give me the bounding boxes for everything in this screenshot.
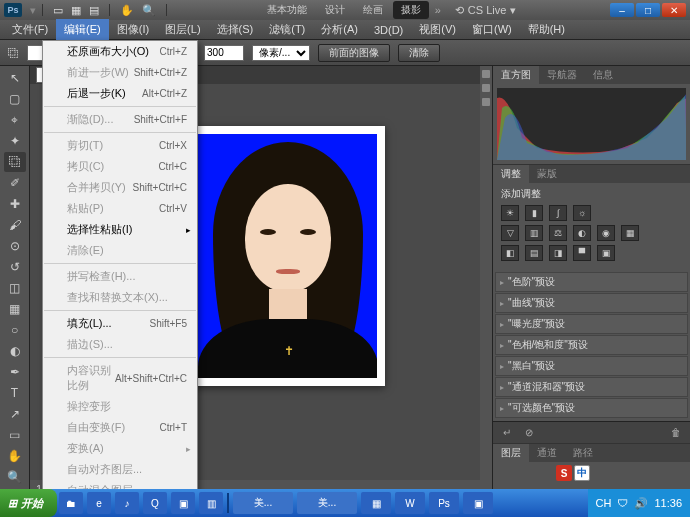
preset-exposure[interactable]: "曝光度"预设 bbox=[495, 314, 688, 334]
blur-tool[interactable]: ○ bbox=[4, 320, 26, 340]
menu-filter[interactable]: 滤镜(T) bbox=[261, 19, 313, 40]
task-item[interactable]: Q bbox=[143, 492, 167, 514]
menu-window[interactable]: 窗口(W) bbox=[464, 19, 520, 40]
task-app[interactable]: ▣ bbox=[463, 492, 493, 514]
preset-levels[interactable]: "色阶"预设 bbox=[495, 272, 688, 292]
tray-lang[interactable]: CH bbox=[596, 497, 612, 509]
brush-tool[interactable]: 🖌 bbox=[4, 215, 26, 235]
adj-selective-icon[interactable]: ▣ bbox=[597, 245, 615, 261]
adj-gradient-icon[interactable]: ▀ bbox=[573, 245, 591, 261]
dock-icon[interactable] bbox=[482, 98, 490, 106]
type-tool[interactable]: T bbox=[4, 383, 26, 403]
mi-auto-align[interactable]: 自动对齐图层... bbox=[43, 459, 197, 480]
menu-3d[interactable]: 3D(D) bbox=[366, 21, 411, 39]
window-maximize-button[interactable]: □ bbox=[636, 3, 660, 17]
task-item[interactable]: 🖿 bbox=[59, 492, 83, 514]
adj-vibrance-icon[interactable]: ▽ bbox=[501, 225, 519, 241]
mi-fill[interactable]: 填充(L)...Shift+F5 bbox=[43, 313, 197, 334]
menu-edit[interactable]: 编辑(E) bbox=[56, 19, 109, 40]
adj-invert-icon[interactable]: ◧ bbox=[501, 245, 519, 261]
workspace-photography[interactable]: 摄影 bbox=[393, 1, 429, 19]
task-item[interactable]: e bbox=[87, 492, 111, 514]
task-item[interactable]: ▥ bbox=[199, 492, 223, 514]
pen-tool[interactable]: ✒ bbox=[4, 362, 26, 382]
mi-free-transform[interactable]: 自由变换(F)Ctrl+T bbox=[43, 417, 197, 438]
adj-bw-icon[interactable]: ◐ bbox=[573, 225, 591, 241]
tray-icon[interactable]: 🔊 bbox=[634, 497, 648, 510]
menu-help[interactable]: 帮助(H) bbox=[520, 19, 573, 40]
menu-file[interactable]: 文件(F) bbox=[4, 19, 56, 40]
menu-view[interactable]: 视图(V) bbox=[411, 19, 464, 40]
task-app[interactable]: W bbox=[395, 492, 425, 514]
ime-indicator[interactable]: S 中 bbox=[556, 465, 590, 481]
move-tool[interactable]: ↖ bbox=[4, 68, 26, 88]
mi-copy[interactable]: 拷贝(C)Ctrl+C bbox=[43, 156, 197, 177]
tab-layers[interactable]: 图层 bbox=[493, 444, 529, 462]
resolution-unit-select[interactable]: 像素/... bbox=[252, 45, 310, 61]
dock-icon[interactable] bbox=[482, 70, 490, 78]
workspace-painting[interactable]: 绘画 bbox=[355, 1, 391, 19]
adj-hue-icon[interactable]: ▥ bbox=[525, 225, 543, 241]
adj-balance-icon[interactable]: ⚖ bbox=[549, 225, 567, 241]
tab-info[interactable]: 信息 bbox=[585, 66, 621, 84]
task-app[interactable]: Ps bbox=[429, 492, 459, 514]
tray-icon[interactable]: 🛡 bbox=[617, 497, 628, 509]
tab-histogram[interactable]: 直方图 bbox=[493, 66, 539, 84]
shape-tool[interactable]: ▭ bbox=[4, 425, 26, 445]
mi-step-backward[interactable]: 后退一步(K)Alt+Ctrl+Z bbox=[43, 83, 197, 104]
task-app[interactable]: ▦ bbox=[361, 492, 391, 514]
eraser-tool[interactable]: ◫ bbox=[4, 278, 26, 298]
menu-image[interactable]: 图像(I) bbox=[109, 19, 157, 40]
tab-navigator[interactable]: 导航器 bbox=[539, 66, 585, 84]
dock-icon[interactable] bbox=[482, 84, 490, 92]
tab-channels[interactable]: 通道 bbox=[529, 444, 565, 462]
workspace-essentials[interactable]: 基本功能 bbox=[259, 1, 315, 19]
adjust-reset-icon[interactable]: ⊘ bbox=[521, 426, 537, 440]
task-item[interactable]: ▣ bbox=[171, 492, 195, 514]
eyedropper-tool[interactable]: ✐ bbox=[4, 173, 26, 193]
document-canvas[interactable]: ✝ bbox=[190, 126, 385, 386]
tab-masks[interactable]: 蒙版 bbox=[529, 165, 565, 183]
resolution-input[interactable] bbox=[204, 45, 244, 61]
wand-tool[interactable]: ✦ bbox=[4, 131, 26, 151]
mi-paste[interactable]: 粘贴(P)Ctrl+V bbox=[43, 198, 197, 219]
mi-spell[interactable]: 拼写检查(H)... bbox=[43, 266, 197, 287]
preset-mixer[interactable]: "通道混和器"预设 bbox=[495, 377, 688, 397]
start-button[interactable]: ⊞开始 bbox=[0, 489, 57, 517]
history-brush-tool[interactable]: ↺ bbox=[4, 257, 26, 277]
menu-analysis[interactable]: 分析(A) bbox=[313, 19, 366, 40]
task-item[interactable]: ♪ bbox=[115, 492, 139, 514]
mi-stroke[interactable]: 描边(S)... bbox=[43, 334, 197, 355]
system-tray[interactable]: CH 🛡 🔊 11:36 bbox=[588, 489, 690, 517]
mi-undo[interactable]: 还原画布大小(O)Ctrl+Z bbox=[43, 41, 197, 62]
adj-brightness-icon[interactable]: ☀ bbox=[501, 205, 519, 221]
clear-button[interactable]: 清除 bbox=[398, 44, 440, 62]
mi-clear[interactable]: 清除(E) bbox=[43, 240, 197, 261]
adj-threshold-icon[interactable]: ◨ bbox=[549, 245, 567, 261]
marquee-tool[interactable]: ▢ bbox=[4, 89, 26, 109]
preset-bw[interactable]: "黑白"预设 bbox=[495, 356, 688, 376]
adjust-clip-icon[interactable]: ↵ bbox=[499, 426, 515, 440]
front-image-button[interactable]: 前面的图像 bbox=[318, 44, 390, 62]
stamp-tool[interactable]: ⊙ bbox=[4, 236, 26, 256]
menu-select[interactable]: 选择(S) bbox=[209, 19, 262, 40]
mi-fade[interactable]: 渐隐(D)...Shift+Ctrl+F bbox=[43, 109, 197, 130]
mi-content-scale[interactable]: 内容识别比例Alt+Shift+Ctrl+C bbox=[43, 360, 197, 396]
mi-puppet[interactable]: 操控变形 bbox=[43, 396, 197, 417]
lasso-tool[interactable]: ⌖ bbox=[4, 110, 26, 130]
mi-cut[interactable]: 剪切(T)Ctrl+X bbox=[43, 135, 197, 156]
adj-posterize-icon[interactable]: ▤ bbox=[525, 245, 543, 261]
mi-step-forward[interactable]: 前进一步(W)Shift+Ctrl+Z bbox=[43, 62, 197, 83]
mi-find[interactable]: 查找和替换文本(X)... bbox=[43, 287, 197, 308]
adj-mixer-icon[interactable]: ▦ bbox=[621, 225, 639, 241]
preset-selective[interactable]: "可选颜色"预设 bbox=[495, 398, 688, 418]
mi-transform[interactable]: 变换(A) bbox=[43, 438, 197, 459]
path-tool[interactable]: ↗ bbox=[4, 404, 26, 424]
gradient-tool[interactable]: ▦ bbox=[4, 299, 26, 319]
adj-exposure-icon[interactable]: ☼ bbox=[573, 205, 591, 221]
hand-tool[interactable]: ✋ bbox=[4, 446, 26, 466]
preset-curves[interactable]: "曲线"预设 bbox=[495, 293, 688, 313]
menu-layer[interactable]: 图层(L) bbox=[157, 19, 208, 40]
workspace-design[interactable]: 设计 bbox=[317, 1, 353, 19]
mi-paste-special[interactable]: 选择性粘贴(I) bbox=[43, 219, 197, 240]
